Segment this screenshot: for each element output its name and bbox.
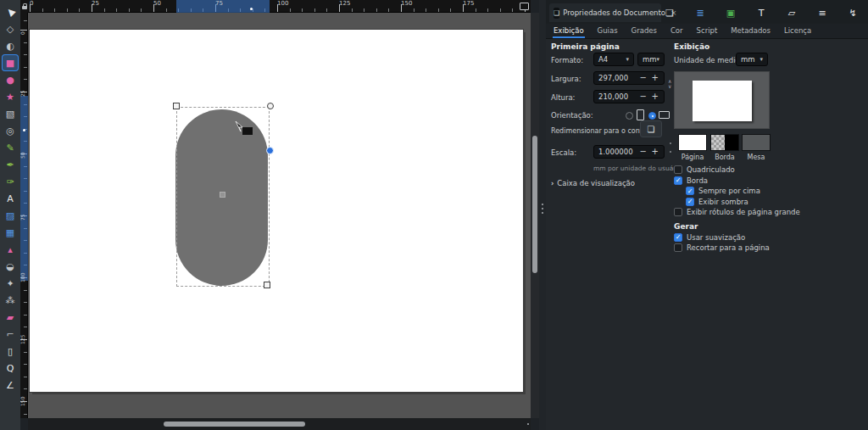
box3d-tool-icon[interactable]: ▧	[2, 105, 19, 122]
checkbox-exibir-sombra[interactable]: ✓	[686, 198, 694, 206]
swap-dimensions-icon[interactable]: ∧ ∨	[668, 79, 671, 89]
text-tool-icon[interactable]: A	[2, 190, 19, 207]
layers-icon[interactable]: ≣	[693, 8, 707, 19]
height-input[interactable]: 210,000 − +	[593, 90, 665, 103]
page-tool-icon[interactable]: ▯	[2, 343, 19, 360]
eraser-tool-icon[interactable]: ▰	[2, 309, 19, 326]
checkbox-sempre-por-cima[interactable]: ✓	[686, 187, 694, 195]
text-dialog-icon[interactable]: T	[754, 8, 768, 19]
ruler-corner[interactable]	[20, 0, 28, 13]
scale-hint: mm por unidade do usuário	[593, 165, 682, 172]
ruler-selection-highlight	[20, 96, 28, 281]
align-icon[interactable]: ≡	[815, 8, 829, 19]
checkbox-borda[interactable]: ✓	[674, 176, 682, 185]
document-icon[interactable]: ❏	[663, 8, 676, 19]
spiral-tool-icon[interactable]: ◎	[2, 122, 19, 139]
spray-tool-icon[interactable]: ⁂	[2, 292, 19, 309]
width-input[interactable]: 297,000 − +	[593, 71, 665, 85]
checkbox-recortar-para-a-pagina[interactable]	[674, 243, 682, 252]
orientation-label: Orientação:	[551, 111, 593, 120]
chevron-down-icon: ▾	[626, 56, 629, 63]
tab-script[interactable]: Script	[696, 24, 719, 38]
format-unit-dropdown[interactable]: mm ▾	[637, 53, 665, 66]
bucket-tool-icon[interactable]: ◒	[2, 258, 19, 275]
orientation-portrait-radio[interactable]	[626, 112, 633, 120]
corner-radius-handle[interactable]	[267, 103, 274, 109]
snap-icon[interactable]: ↯	[846, 8, 860, 19]
dialog-icon-strip: ❏≣▣T▱≡↯	[659, 5, 863, 20]
vertical-ruler[interactable]: 0255075100125150	[20, 13, 28, 418]
tab-cor[interactable]: Cor	[670, 24, 684, 38]
resize-grip	[527, 423, 529, 425]
calligraphy-tool-icon[interactable]: ✑	[2, 173, 19, 190]
bucket-tool-glyph: ◒	[6, 262, 14, 271]
tweak-tool-icon[interactable]: ✦	[2, 275, 19, 292]
connector-tool-icon[interactable]: ⌐	[2, 326, 19, 343]
measure-tool-icon[interactable]: ∠	[2, 377, 19, 394]
unit-value: mm	[741, 55, 755, 64]
horizontal-ruler[interactable]: 0255075100125150175	[28, 0, 531, 13]
export-icon[interactable]: ▣	[724, 8, 737, 19]
gradient-tool-glyph: ▨	[6, 211, 14, 221]
pen-tool-icon[interactable]: ✒	[2, 156, 19, 173]
down-arrow-icon: ∨	[668, 83, 671, 89]
dock-titlebar: ❏ Propriedades do Documento × ❏≣▣T▱≡↯	[546, 0, 868, 24]
spiral-tool-glyph: ◎	[6, 126, 14, 136]
divider-grip[interactable]	[542, 204, 543, 215]
border-color-well[interactable]	[710, 134, 739, 151]
increment-button[interactable]: +	[652, 147, 659, 156]
lock-icon	[22, 6, 27, 9]
desk-color-well[interactable]	[742, 134, 771, 151]
increment-button[interactable]: +	[652, 73, 659, 82]
zoom-tool-icon[interactable]: Q	[2, 360, 19, 377]
resize-handle-bottom-right[interactable]	[264, 282, 270, 288]
vertical-scrollbar-thumb[interactable]	[532, 136, 537, 273]
viewbox-expander[interactable]: ›Caixa de visualização	[551, 179, 635, 187]
page-tool-glyph: ▯	[8, 347, 13, 356]
gradient-tool-icon[interactable]: ▨	[2, 207, 19, 224]
tab-licenca[interactable]: Licença	[783, 24, 812, 38]
tab-metadados[interactable]: Metadados	[730, 24, 771, 38]
rectangle-cursor-icon	[234, 120, 254, 137]
ruler-label: 150	[401, 0, 412, 7]
resize-to-content-button[interactable]: ❏	[640, 120, 662, 137]
tab-exibicao[interactable]: Exibição	[553, 24, 585, 38]
display-mode-icon[interactable]	[520, 3, 529, 10]
ruler-selection-highlight	[176, 0, 270, 13]
fill-stroke-icon[interactable]: ▱	[785, 8, 798, 19]
dialog-tab-document-properties[interactable]: ❏ Propriedades do Documento ×	[549, 3, 661, 22]
vertical-scrollbar[interactable]	[531, 13, 539, 418]
format-dropdown[interactable]: A4 ▾	[593, 53, 634, 66]
decrement-button[interactable]: −	[640, 147, 647, 156]
orientation-landscape-radio[interactable]	[648, 112, 656, 120]
tab-guias[interactable]: Guias	[597, 24, 619, 38]
canvas[interactable]	[28, 13, 531, 418]
dropper-tool-icon[interactable]: ▴	[2, 241, 19, 258]
panel-divider[interactable]	[539, 0, 546, 430]
checkbox-quadriculado[interactable]	[674, 165, 682, 174]
resize-handle-top-left[interactable]	[173, 103, 180, 109]
pencil-tool-icon[interactable]: ✎	[2, 139, 19, 156]
increment-button[interactable]: +	[652, 92, 659, 101]
chevron-down-icon: ▾	[657, 56, 660, 63]
horizontal-scrollbar-thumb[interactable]	[164, 422, 305, 427]
tab-grades[interactable]: Grades	[631, 24, 658, 38]
shape-builder-tool-icon[interactable]: ◐	[2, 37, 19, 54]
ellipse-tool-icon[interactable]: ●	[2, 71, 19, 88]
checkbox-usar-suavizacao[interactable]: ✓	[674, 233, 682, 242]
mesh-tool-icon[interactable]: ▦	[2, 224, 19, 241]
decrement-button[interactable]: −	[640, 73, 647, 82]
scale-input[interactable]: 1.000000 − +	[593, 145, 665, 159]
page-color-well[interactable]	[678, 134, 707, 151]
decrement-button[interactable]: −	[640, 92, 647, 101]
document-page[interactable]	[30, 30, 523, 392]
horizontal-scrollbar[interactable]	[28, 418, 531, 430]
rectangle-tool-icon[interactable]: ■	[2, 54, 19, 71]
radius-node-handle[interactable]	[266, 147, 274, 154]
selector-tool-icon[interactable]: ▶	[2, 3, 19, 20]
checkbox-exibir-rotulos-de-pagina-grande[interactable]	[674, 208, 682, 216]
unit-of-measure-dropdown[interactable]: mm ▾	[736, 53, 768, 66]
star-tool-icon[interactable]: ★	[2, 88, 19, 105]
node-tool-icon[interactable]: ◇	[2, 20, 19, 37]
properties-tab-bar: ExibiçãoGuiasGradesCorScriptMetadadosLic…	[546, 24, 868, 39]
